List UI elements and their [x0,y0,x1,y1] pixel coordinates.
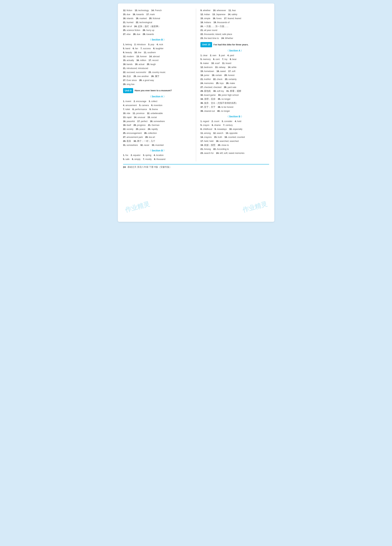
section-b-content-left: 1. belong 2. introduce 3. pop 4. rock 5.… [123,43,192,86]
unit9-title: Have you ever been to a museum? [135,89,172,92]
unit10-title: I've had this bike for three years. [214,43,248,47]
main-columns: 12. fiction 13. technology 14. French 15… [123,9,269,162]
unit9-sectionB-header: Section B [123,149,192,153]
unit10-header: Unit 10 I've had this bike for three yea… [200,42,269,47]
unit10-sectionB-header: Section B [200,115,269,119]
unit10-sectionA-header: Section A [200,49,269,53]
page-footer: 24 基础过关 英语八年级 下册 R版（安徽专版） [123,164,269,169]
unit9-badge: Unit 9 [123,88,133,93]
unit9-sectionA-content: 1. invent 2. encourage 3. collect 4. amu… [123,100,192,147]
page: 12. fiction 13. technology 14. French 15… [118,3,274,222]
page-number: 24 [123,166,126,169]
left-column: 12. fiction 13. technology 14. French 15… [123,9,192,162]
pre-content-left: 12. fiction 13. technology 14. French 15… [123,9,192,36]
footer-title: 基础过关 英语八年级 下册 R版（安徽专版） [127,165,172,169]
unit9-header: Unit 9 Have you ever been to a museum? [123,88,192,93]
right-column: 9. whether 10. whenever 11. fear 12. Ind… [200,9,269,162]
unit10-sectionA-content: 1. clear 2. own 3. part 4. yard 5. memor… [200,54,269,113]
unit10-sectionB-content: 1. regard 2. count 3. consider 4. hold 5… [200,120,269,155]
unit9-sectionB-content: 1. fox 2. equator 3. spring 4. location … [123,154,192,161]
pre-content-right: 9. whether 10. whenever 11. fear 12. Ind… [200,9,269,40]
watermark-right: 作业精灵 [242,200,268,214]
unit10-badge: Unit 10 [200,42,212,47]
section-b-header-left: Section B [123,38,192,42]
unit9-sectionA-header: Section A [123,95,192,99]
watermark-left: 作业精灵 [124,200,150,214]
